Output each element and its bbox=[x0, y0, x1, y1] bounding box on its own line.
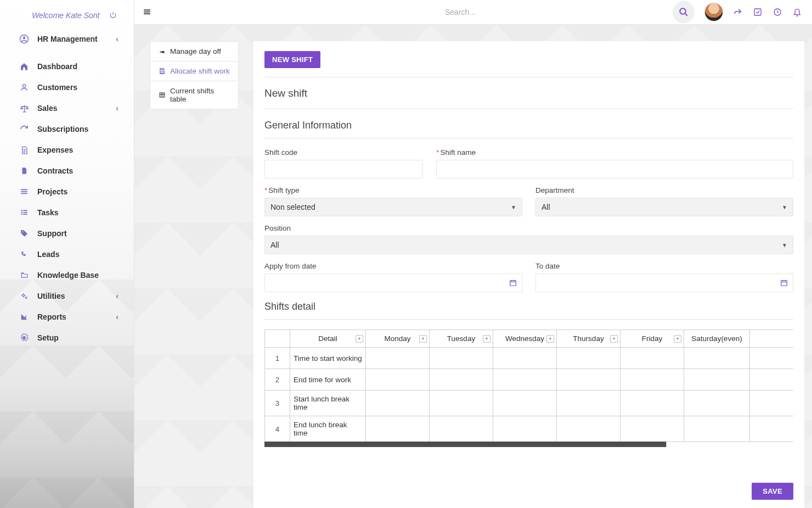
filter-icon[interactable]: ▾ bbox=[419, 335, 427, 343]
submenu-allocate-shift[interactable]: Allocate shift work bbox=[150, 62, 238, 81]
position-label: Position bbox=[264, 224, 793, 232]
cell[interactable] bbox=[684, 390, 750, 416]
svg-rect-22 bbox=[161, 69, 163, 70]
sidebar-item-subscriptions[interactable]: Subscriptions bbox=[0, 119, 134, 139]
cell[interactable] bbox=[430, 390, 493, 416]
nav-label: Dashboard bbox=[37, 62, 77, 71]
share-icon[interactable] bbox=[733, 7, 743, 17]
svg-rect-17 bbox=[144, 12, 150, 13]
sidebar-heading-hr[interactable]: HR Management bbox=[0, 26, 134, 52]
search-input[interactable] bbox=[444, 7, 587, 17]
grid-header-num bbox=[265, 330, 290, 347]
tag-icon bbox=[19, 228, 29, 238]
sidebar-item-customers[interactable]: Customers bbox=[0, 77, 134, 98]
nav-label: Projects bbox=[37, 187, 67, 196]
cell[interactable] bbox=[493, 348, 557, 369]
sidebar-item-setup[interactable]: Setup bbox=[0, 327, 134, 348]
cell[interactable] bbox=[430, 416, 493, 442]
cell[interactable] bbox=[621, 390, 684, 416]
position-select[interactable]: All ▼ bbox=[264, 236, 793, 254]
svg-point-12 bbox=[22, 231, 23, 232]
filter-icon[interactable]: ▾ bbox=[610, 335, 618, 343]
cell[interactable] bbox=[493, 390, 557, 416]
bell-icon[interactable] bbox=[792, 7, 802, 17]
row-detail: Start lunch break time bbox=[290, 390, 366, 416]
calendar-icon[interactable] bbox=[504, 273, 522, 292]
submenu-current-shifts[interactable]: Current shifts table bbox=[150, 81, 238, 109]
filter-icon[interactable]: ▾ bbox=[674, 335, 681, 343]
chevron-down-icon: ▼ bbox=[782, 204, 787, 210]
nav-label: Subscriptions bbox=[37, 125, 88, 133]
nav-label: Utilities bbox=[37, 292, 65, 300]
to-date-input[interactable] bbox=[535, 273, 775, 292]
cell[interactable] bbox=[621, 416, 684, 442]
svg-point-1 bbox=[23, 37, 26, 40]
svg-rect-20 bbox=[754, 9, 761, 15]
new-shift-button[interactable]: NEW SHIFT bbox=[264, 51, 320, 68]
shift-type-select[interactable]: Non selected ▼ bbox=[264, 198, 522, 216]
nav-label: Setup bbox=[37, 333, 59, 342]
nav-label: Leads bbox=[37, 250, 59, 259]
cell[interactable] bbox=[366, 348, 430, 369]
svg-rect-3 bbox=[21, 189, 27, 190]
nav-label: Contracts bbox=[37, 166, 73, 175]
cell[interactable] bbox=[557, 369, 621, 390]
cell[interactable] bbox=[366, 416, 430, 442]
search-button[interactable] bbox=[673, 1, 695, 23]
cell[interactable] bbox=[493, 416, 557, 442]
filter-icon[interactable]: ▾ bbox=[356, 335, 363, 343]
sidebar-item-tasks[interactable]: Tasks bbox=[0, 202, 134, 223]
cell[interactable] bbox=[366, 390, 430, 416]
cell[interactable] bbox=[493, 369, 557, 390]
row-detail: End time for work bbox=[290, 369, 366, 390]
cell[interactable] bbox=[430, 369, 493, 390]
sidebar-item-kb[interactable]: Knowledge Base bbox=[0, 265, 134, 286]
topbar bbox=[134, 0, 812, 25]
save-button[interactable]: SAVE bbox=[752, 483, 793, 500]
shift-type-value: Non selected bbox=[270, 203, 315, 211]
chart-area-icon bbox=[19, 312, 29, 322]
grid-header-detail: Detail ▾ bbox=[290, 330, 366, 347]
sidebar-item-projects[interactable]: Projects bbox=[0, 181, 134, 202]
power-icon[interactable] bbox=[108, 10, 119, 21]
hamburger-icon[interactable] bbox=[141, 6, 153, 18]
apply-from-input[interactable] bbox=[264, 273, 504, 292]
sidebar-item-leads[interactable]: Leads bbox=[0, 244, 134, 265]
sidebar-heading-label: HR Management bbox=[37, 35, 98, 43]
cell[interactable] bbox=[557, 390, 621, 416]
sidebar-item-sales[interactable]: Sales bbox=[0, 98, 134, 119]
clock-icon[interactable] bbox=[772, 7, 782, 17]
cell[interactable] bbox=[430, 348, 493, 369]
sidebar-item-reports[interactable]: Reports bbox=[0, 306, 134, 327]
svg-rect-23 bbox=[161, 71, 163, 73]
cell[interactable] bbox=[557, 348, 621, 369]
divider bbox=[264, 108, 793, 109]
sidebar-item-support[interactable]: Support bbox=[0, 223, 134, 244]
sidebar-item-expenses[interactable]: Expenses bbox=[0, 139, 134, 160]
cell[interactable] bbox=[557, 416, 621, 442]
horizontal-scrollbar[interactable] bbox=[264, 442, 667, 447]
cell[interactable] bbox=[684, 369, 750, 390]
grid-header-wed: Wednesday ▾ bbox=[493, 330, 557, 347]
cell[interactable] bbox=[621, 369, 684, 390]
sidebar-item-contracts[interactable]: Contracts bbox=[0, 160, 134, 181]
sidebar-item-dashboard[interactable]: Dashboard bbox=[0, 56, 134, 77]
sidebar-item-utilities[interactable]: Utilities bbox=[0, 286, 134, 306]
divider bbox=[264, 319, 793, 320]
cell[interactable] bbox=[684, 348, 750, 369]
cell[interactable] bbox=[621, 348, 684, 369]
shift-name-input[interactable] bbox=[436, 160, 793, 178]
welcome-text: Welcome Kate Sont bbox=[32, 11, 99, 20]
grid-header-sat: Saturday(even) bbox=[684, 330, 750, 347]
calendar-icon[interactable] bbox=[775, 273, 793, 292]
shift-code-input[interactable] bbox=[264, 160, 423, 178]
cell[interactable] bbox=[366, 369, 430, 390]
filter-icon[interactable]: ▾ bbox=[546, 335, 554, 343]
department-select[interactable]: All ▼ bbox=[535, 198, 793, 216]
svg-rect-7 bbox=[23, 210, 27, 211]
check-square-icon[interactable] bbox=[753, 7, 763, 17]
cell[interactable] bbox=[684, 416, 750, 442]
filter-icon[interactable]: ▾ bbox=[483, 335, 490, 343]
submenu-manage-day-off[interactable]: Manage day off bbox=[150, 42, 238, 62]
avatar[interactable] bbox=[704, 3, 723, 21]
